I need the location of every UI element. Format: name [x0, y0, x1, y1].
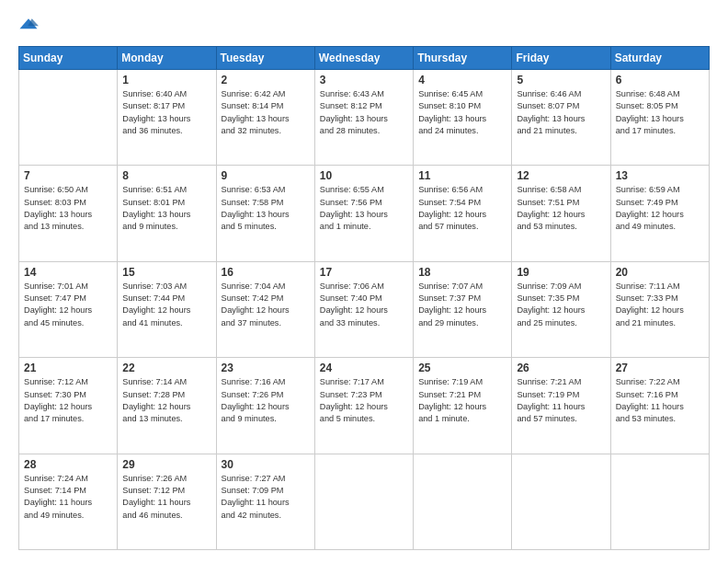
calendar-cell: 13Sunrise: 6:59 AM Sunset: 7:49 PM Dayli… — [610, 166, 709, 261]
calendar-cell: 30Sunrise: 7:27 AM Sunset: 7:09 PM Dayli… — [216, 454, 314, 549]
day-number: 17 — [320, 266, 408, 279]
day-number: 13 — [616, 169, 704, 182]
calendar-cell: 5Sunrise: 6:46 AM Sunset: 8:07 PM Daylig… — [512, 70, 610, 166]
calendar-cell: 6Sunrise: 6:48 AM Sunset: 8:05 PM Daylig… — [610, 70, 709, 166]
calendar-row: 7Sunrise: 6:50 AM Sunset: 8:03 PM Daylig… — [19, 166, 710, 261]
calendar-cell: 19Sunrise: 7:09 AM Sunset: 7:35 PM Dayli… — [512, 261, 610, 357]
logo — [18, 17, 42, 37]
weekday-header-cell: Thursday — [414, 47, 512, 70]
day-info: Sunrise: 6:42 AM Sunset: 8:14 PM Dayligh… — [222, 88, 310, 137]
day-number: 27 — [616, 362, 704, 374]
day-number: 8 — [122, 169, 210, 182]
day-info: Sunrise: 7:19 AM Sunset: 7:21 PM Dayligh… — [418, 376, 506, 425]
day-info: Sunrise: 6:48 AM Sunset: 8:05 PM Dayligh… — [616, 88, 704, 137]
day-number: 14 — [24, 266, 112, 279]
weekday-header-cell: Friday — [512, 47, 610, 70]
calendar-cell: 24Sunrise: 7:17 AM Sunset: 7:23 PM Dayli… — [314, 358, 413, 454]
day-number: 21 — [24, 362, 112, 374]
day-number: 20 — [616, 266, 704, 279]
day-number: 22 — [122, 362, 210, 374]
day-info: Sunrise: 6:59 AM Sunset: 7:49 PM Dayligh… — [616, 184, 704, 233]
day-number: 15 — [122, 266, 210, 279]
calendar-cell: 18Sunrise: 7:07 AM Sunset: 7:37 PM Dayli… — [414, 261, 512, 357]
day-info: Sunrise: 6:40 AM Sunset: 8:17 PM Dayligh… — [122, 88, 210, 137]
day-number: 25 — [418, 362, 506, 374]
weekday-header-cell: Monday — [118, 47, 216, 70]
day-info: Sunrise: 6:43 AM Sunset: 8:12 PM Dayligh… — [320, 88, 408, 137]
day-info: Sunrise: 7:11 AM Sunset: 7:33 PM Dayligh… — [616, 281, 704, 329]
day-info: Sunrise: 6:58 AM Sunset: 7:51 PM Dayligh… — [517, 184, 605, 233]
day-info: Sunrise: 6:46 AM Sunset: 8:07 PM Dayligh… — [517, 88, 605, 137]
day-number: 28 — [24, 458, 112, 471]
day-info: Sunrise: 7:01 AM Sunset: 7:47 PM Dayligh… — [24, 281, 112, 329]
calendar-cell: 28Sunrise: 7:24 AM Sunset: 7:14 PM Dayli… — [19, 454, 118, 549]
day-info: Sunrise: 7:22 AM Sunset: 7:16 PM Dayligh… — [616, 376, 704, 425]
weekday-header-cell: Wednesday — [314, 47, 413, 70]
day-info: Sunrise: 6:53 AM Sunset: 7:58 PM Dayligh… — [222, 184, 310, 233]
day-info: Sunrise: 7:04 AM Sunset: 7:42 PM Dayligh… — [222, 281, 310, 329]
header — [18, 17, 710, 37]
weekday-header-cell: Saturday — [610, 47, 709, 70]
calendar-cell: 17Sunrise: 7:06 AM Sunset: 7:40 PM Dayli… — [314, 261, 413, 357]
day-number: 18 — [418, 266, 506, 279]
day-number: 4 — [418, 74, 506, 86]
day-number: 11 — [418, 169, 506, 182]
calendar: SundayMondayTuesdayWednesdayThursdayFrid… — [18, 46, 710, 550]
weekday-header: SundayMondayTuesdayWednesdayThursdayFrid… — [19, 47, 710, 70]
calendar-cell: 23Sunrise: 7:16 AM Sunset: 7:26 PM Dayli… — [216, 358, 314, 454]
calendar-row: 28Sunrise: 7:24 AM Sunset: 7:14 PM Dayli… — [19, 454, 710, 549]
day-number: 19 — [517, 266, 605, 279]
day-number: 12 — [517, 169, 605, 182]
calendar-cell: 27Sunrise: 7:22 AM Sunset: 7:16 PM Dayli… — [610, 358, 709, 454]
day-info: Sunrise: 7:21 AM Sunset: 7:19 PM Dayligh… — [517, 376, 605, 425]
day-number: 2 — [222, 74, 310, 86]
day-info: Sunrise: 7:14 AM Sunset: 7:28 PM Dayligh… — [122, 376, 210, 425]
calendar-cell: 10Sunrise: 6:55 AM Sunset: 7:56 PM Dayli… — [314, 166, 413, 261]
day-info: Sunrise: 7:03 AM Sunset: 7:44 PM Dayligh… — [122, 281, 210, 329]
calendar-cell: 9Sunrise: 6:53 AM Sunset: 7:58 PM Daylig… — [216, 166, 314, 261]
day-number: 23 — [222, 362, 310, 374]
day-info: Sunrise: 7:12 AM Sunset: 7:30 PM Dayligh… — [24, 376, 112, 425]
calendar-cell: 7Sunrise: 6:50 AM Sunset: 8:03 PM Daylig… — [19, 166, 118, 261]
calendar-cell: 26Sunrise: 7:21 AM Sunset: 7:19 PM Dayli… — [512, 358, 610, 454]
day-info: Sunrise: 7:24 AM Sunset: 7:14 PM Dayligh… — [24, 473, 112, 522]
calendar-row: 21Sunrise: 7:12 AM Sunset: 7:30 PM Dayli… — [19, 358, 710, 454]
day-info: Sunrise: 6:56 AM Sunset: 7:54 PM Dayligh… — [418, 184, 506, 233]
day-number: 30 — [222, 458, 310, 471]
weekday-header-cell: Sunday — [19, 47, 118, 70]
day-info: Sunrise: 7:09 AM Sunset: 7:35 PM Dayligh… — [517, 281, 605, 329]
day-number: 29 — [122, 458, 210, 471]
day-number: 6 — [616, 74, 704, 86]
calendar-cell: 2Sunrise: 6:42 AM Sunset: 8:14 PM Daylig… — [216, 70, 314, 166]
day-number: 3 — [320, 74, 408, 86]
calendar-cell: 12Sunrise: 6:58 AM Sunset: 7:51 PM Dayli… — [512, 166, 610, 261]
calendar-cell — [610, 454, 709, 549]
logo-icon — [18, 17, 39, 37]
calendar-cell: 21Sunrise: 7:12 AM Sunset: 7:30 PM Dayli… — [19, 358, 118, 454]
day-info: Sunrise: 6:50 AM Sunset: 8:03 PM Dayligh… — [24, 184, 112, 233]
day-info: Sunrise: 7:16 AM Sunset: 7:26 PM Dayligh… — [222, 376, 310, 425]
calendar-cell: 29Sunrise: 7:26 AM Sunset: 7:12 PM Dayli… — [118, 454, 216, 549]
calendar-cell: 16Sunrise: 7:04 AM Sunset: 7:42 PM Dayli… — [216, 261, 314, 357]
calendar-row: 1Sunrise: 6:40 AM Sunset: 8:17 PM Daylig… — [19, 70, 710, 166]
day-info: Sunrise: 6:45 AM Sunset: 8:10 PM Dayligh… — [418, 88, 506, 137]
day-info: Sunrise: 6:55 AM Sunset: 7:56 PM Dayligh… — [320, 184, 408, 233]
day-number: 16 — [222, 266, 310, 279]
calendar-body: 1Sunrise: 6:40 AM Sunset: 8:17 PM Daylig… — [19, 70, 710, 550]
calendar-cell — [512, 454, 610, 549]
day-info: Sunrise: 7:07 AM Sunset: 7:37 PM Dayligh… — [418, 281, 506, 329]
page: SundayMondayTuesdayWednesdayThursdayFrid… — [0, 0, 728, 563]
calendar-cell: 11Sunrise: 6:56 AM Sunset: 7:54 PM Dayli… — [414, 166, 512, 261]
day-info: Sunrise: 7:27 AM Sunset: 7:09 PM Dayligh… — [222, 473, 310, 522]
calendar-cell — [414, 454, 512, 549]
day-number: 10 — [320, 169, 408, 182]
day-number: 9 — [222, 169, 310, 182]
day-info: Sunrise: 7:26 AM Sunset: 7:12 PM Dayligh… — [122, 473, 210, 522]
calendar-cell: 8Sunrise: 6:51 AM Sunset: 8:01 PM Daylig… — [118, 166, 216, 261]
calendar-cell — [19, 70, 118, 166]
calendar-cell: 14Sunrise: 7:01 AM Sunset: 7:47 PM Dayli… — [19, 261, 118, 357]
day-number: 7 — [24, 169, 112, 182]
day-number: 1 — [122, 74, 210, 86]
calendar-cell: 1Sunrise: 6:40 AM Sunset: 8:17 PM Daylig… — [118, 70, 216, 166]
calendar-cell: 22Sunrise: 7:14 AM Sunset: 7:28 PM Dayli… — [118, 358, 216, 454]
